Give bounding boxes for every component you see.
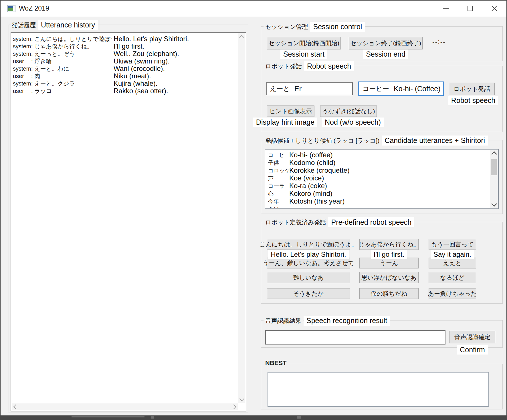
session-start-button[interactable]: セッション開始(録画開始): [267, 37, 341, 49]
robot-speak-button[interactable]: ロボット発話: [449, 83, 495, 95]
filler-word-value: えーと: [270, 84, 290, 93]
history-vertical-scrollbar[interactable]: [238, 33, 245, 403]
history-row[interactable]: system じゃあ僕から行くね。 I'll go first.: [11, 43, 237, 50]
nbest-list[interactable]: [268, 372, 489, 407]
history-row[interactable]: user ラッコ Rakko (sea otter).: [11, 87, 237, 95]
candidate-word-jp: コーヒー: [268, 152, 290, 159]
recognition-result-field[interactable]: [265, 330, 445, 345]
history-row[interactable]: user 浮き輪 Ukiwa (swim ring).: [11, 57, 237, 65]
history-horizontal-scrollbar[interactable]: [12, 403, 238, 410]
history-utterance-translation: Hello. Let's play Shiritori.: [112, 35, 191, 43]
predefined-go-first-annotation: I'll go first.: [371, 250, 407, 259]
predefined-button-well[interactable]: ええと: [429, 258, 476, 268]
predefined-button-i-lost[interactable]: あー負けちゃった: [429, 288, 476, 299]
history-speaker: system: [13, 43, 31, 50]
filler-word-field[interactable]: えーと Er: [266, 82, 353, 95]
close-button[interactable]: [486, 2, 503, 15]
app-icon-picture: [8, 6, 13, 11]
candidate-row[interactable]: 今日: [265, 205, 490, 208]
history-colon: [31, 43, 34, 50]
candidate-word-gloss: Kotoshi (this year): [289, 197, 344, 205]
close-icon: [491, 5, 498, 12]
display-hint-image-button[interactable]: ヒント画像表示: [267, 106, 314, 117]
history-utterance-jp: えーと。わに: [34, 65, 69, 73]
scrollbar-thumb[interactable]: [491, 159, 497, 175]
candidate-word-jp: 今日: [268, 206, 279, 208]
predefined-speech-group: ロボット定義済み発話 Pre-defined robot speech こんにち…: [261, 222, 503, 304]
history-speaker: user: [13, 58, 31, 65]
maximize-icon: [468, 6, 473, 11]
utterance-history-list[interactable]: system こんにちは。しりとりで遊ぼうよ。 Hello. Let's pla…: [11, 32, 246, 411]
predefined-button-hmm[interactable]: うーん: [359, 258, 419, 268]
app-icon-pane: [13, 6, 15, 11]
predefined-button-so-it-came[interactable]: そうきたか: [267, 288, 350, 299]
maximize-button[interactable]: [461, 2, 479, 15]
history-colon: [31, 51, 34, 57]
predefined-button-hello[interactable]: こんにちは。しりとりで遊ぼうよ。: [267, 239, 350, 250]
history-speaker: user: [13, 73, 31, 79]
recognition-confirm-button[interactable]: 音声認識確定: [449, 331, 495, 343]
candidate-row[interactable]: コロッケ Korokke (croquette): [265, 166, 490, 174]
predefined-button-cannot-think[interactable]: 思い浮かばないなあ: [359, 272, 419, 283]
history-colon: [31, 65, 34, 72]
candidate-row[interactable]: 子供 Kodomo (child): [265, 159, 490, 166]
candidate-row[interactable]: コーヒー Ko-hi- (coffee): [265, 151, 490, 159]
session-end-button[interactable]: セッション終了(録画終了): [349, 37, 423, 49]
predefined-button-say-again[interactable]: もう一回言って: [429, 239, 476, 250]
predefined-button-i-win[interactable]: 僕の勝ちだね: [359, 288, 419, 299]
predefined-button-difficult[interactable]: 難しいなあ: [267, 272, 350, 283]
predefined-label-jp: ロボット定義済み発話: [264, 218, 328, 227]
session-end-annotation: Session end: [363, 49, 408, 59]
history-row[interactable]: system えーっと。ぞう Well.. Zou (elephant).: [11, 50, 237, 57]
speech-word-field[interactable]: コーヒー Ko-hi- (Coffee): [358, 81, 444, 96]
scroll-down-icon[interactable]: [239, 397, 244, 401]
minimize-button[interactable]: [437, 2, 455, 15]
candidate-word-jp: コーラ: [268, 182, 285, 190]
scroll-up-icon[interactable]: [239, 35, 244, 40]
predefined-button-hmm-let-me-think[interactable]: うーん、難しいなあ。考えさせて: [267, 258, 350, 268]
candidate-word-gloss: Korokke (croquette): [289, 166, 350, 174]
nbest-label: NBEST: [264, 359, 288, 367]
session-label-jp: セッション管理: [264, 23, 310, 31]
filler-word-annotation: Er: [294, 85, 302, 93]
history-row[interactable]: system えーと。わに Wani (crocodile).: [11, 65, 237, 72]
scroll-right-icon[interactable]: [231, 405, 236, 409]
recognition-confirm-annotation: Confirm: [457, 345, 488, 355]
candidates-list[interactable]: コーヒー Ko-hi- (coffee) 子供 Kodomo (child) コ…: [265, 149, 499, 209]
nod-button[interactable]: うなずき(発話なし): [320, 106, 377, 117]
scroll-left-icon[interactable]: [13, 405, 18, 409]
candidate-row[interactable]: 心 Kokoro (mind): [265, 190, 490, 197]
candidate-word-gloss: Kodomo (child): [289, 159, 335, 167]
history-row[interactable]: user 肉 Niku (meat).: [11, 72, 237, 80]
cropped-content-strip: [0, 415, 507, 420]
history-colon: [31, 58, 34, 65]
predefined-label-en: Pre-defined robot speech: [328, 217, 414, 227]
predefined-button-go-first[interactable]: じゃあ僕から行くね。: [359, 239, 419, 250]
candidates-label-en: Candidate utterances + Shiritori: [382, 136, 488, 146]
session-control-group: セッション管理 Session control セッション開始(録画開始) セッ…: [261, 26, 503, 61]
candidate-word-jp: 子供: [268, 159, 279, 167]
history-utterance-translation: Niku (meat).: [112, 72, 153, 80]
recognition-group: 音声認識結果 Speech recognition result 音声認識確定 …: [261, 320, 503, 348]
history-row[interactable]: system えーと。クジラ Kujira (whale).: [11, 80, 237, 87]
woz-window: WoZ 2019 発話履歴 Utterance history system こ…: [0, 0, 507, 420]
predefined-button-i-see[interactable]: なるほど: [429, 272, 476, 283]
candidate-row[interactable]: 声 Koe (voice): [265, 174, 490, 182]
history-speaker: system: [13, 51, 31, 57]
candidate-row[interactable]: 今年 Kotoshi (this year): [265, 197, 490, 205]
history-row[interactable]: system こんにちは。しりとりで遊ぼうよ。 Hello. Let's pla…: [11, 35, 237, 43]
minimize-icon: [443, 8, 449, 9]
speech-word-annotation: Ko-hi- (Coffee): [394, 85, 441, 93]
history-utterance-translation: Kujira (whale).: [112, 79, 159, 87]
candidate-row[interactable]: コーラ Ko-ra (coke): [265, 182, 490, 190]
candidates-vertical-scrollbar[interactable]: [490, 150, 498, 208]
history-utterance-jp: えーっと。ぞう: [34, 50, 75, 58]
history-colon: [31, 80, 34, 87]
history-utterance-translation: I'll go first.: [112, 42, 146, 50]
speech-word-value: コーヒー: [363, 84, 389, 93]
session-start-annotation: Session start: [280, 49, 328, 59]
candidates-label-jp: 発話候補＋しりとり候補 (ラッコ [ラッコ]): [264, 136, 381, 145]
scroll-up-icon[interactable]: [491, 151, 497, 157]
history-speaker: system: [13, 80, 31, 87]
scroll-down-icon[interactable]: [491, 201, 497, 207]
